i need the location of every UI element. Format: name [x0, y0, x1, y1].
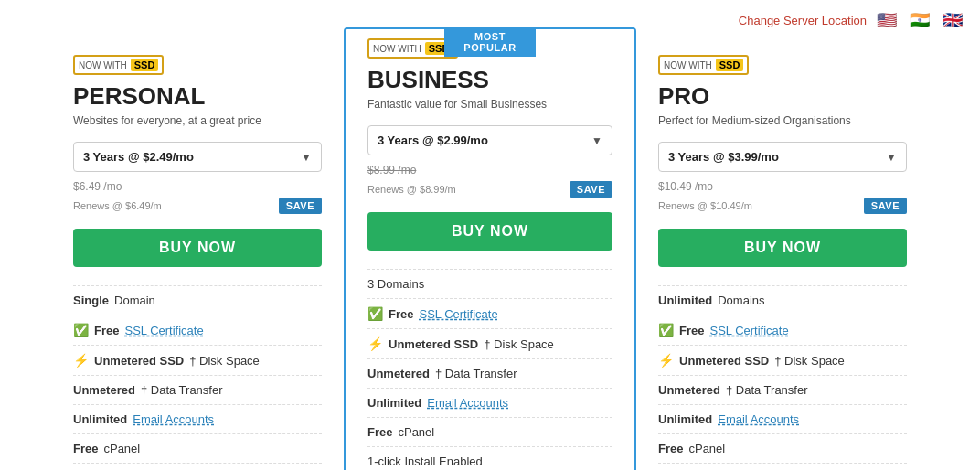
- flag-in-icon[interactable]: 🇮🇳: [907, 7, 932, 33]
- feature-link[interactable]: Email Accounts: [133, 412, 214, 426]
- plans-container: NOW WITH SSD PERSONALWebsites for everyo…: [0, 0, 980, 470]
- feature-item-business-0: 3 Domains: [368, 270, 612, 299]
- feature-bold: Unmetered: [73, 383, 135, 397]
- feature-bold: Unmetered SSD: [389, 337, 478, 351]
- shield-icon: ✅: [658, 323, 674, 337]
- shield-icon: ✅: [73, 323, 89, 337]
- buy-now-button-pro[interactable]: BUY NOW: [658, 229, 907, 267]
- now-with-label: NOW WITH: [79, 60, 127, 70]
- feature-bold: Single: [73, 294, 109, 307]
- ssd-label: SSD: [716, 59, 744, 71]
- feature-list-personal: Single Domain ✅Free SSL Certificate ⚡Unm…: [73, 285, 322, 470]
- price-selector-label: 3 Years @ $2.99/mo: [378, 134, 488, 147]
- top-bar: Change Server Location 🇺🇸 🇮🇳 🇬🇧: [724, 0, 980, 40]
- feature-bold: Free: [679, 324, 704, 337]
- feature-text: 1-click Install Enabled: [368, 454, 483, 468]
- chevron-down-icon: ▼: [886, 151, 897, 164]
- feature-rest: † Data Transfer: [141, 383, 223, 397]
- feature-item-personal-3: Unmetered† Data Transfer: [73, 376, 322, 405]
- ssd-badge-personal: NOW WITH SSD: [73, 55, 164, 75]
- feature-rest: cPanel: [398, 425, 434, 439]
- feature-item-personal-5: Free cPanel: [73, 434, 322, 464]
- price-selector-business[interactable]: 3 Years @ $2.99/mo ▼: [368, 125, 612, 155]
- buy-now-button-business[interactable]: BUY NOW: [368, 212, 612, 251]
- feature-item-pro-5: Free cPanel: [658, 434, 907, 464]
- feature-link[interactable]: Email Accounts: [718, 412, 799, 426]
- plan-tagline-pro: Perfect for Medium-sized Organisations: [658, 114, 907, 127]
- feature-bold: Free: [94, 324, 119, 337]
- ssd-badge-pro: NOW WITH SSD: [658, 55, 749, 75]
- feature-item-personal-4: Unlimited Email Accounts: [73, 405, 322, 434]
- bolt-icon: ⚡: [73, 353, 89, 368]
- feature-rest: † Disk Space: [484, 337, 554, 351]
- price-renews-row-personal: Renews @ $6.49/m SAVE: [73, 198, 322, 214]
- feature-bold: Unmetered SSD: [94, 354, 184, 368]
- price-renews-row-pro: Renews @ $10.49/m SAVE: [658, 198, 907, 214]
- feature-item-personal-2: ⚡Unmetered SSD† Disk Space: [73, 346, 322, 376]
- feature-item-pro-6: 1-click Install Enabled: [658, 464, 907, 470]
- buy-now-button-personal[interactable]: BUY NOW: [73, 229, 322, 267]
- feature-rest: † Data Transfer: [435, 367, 517, 380]
- chevron-down-icon: ▼: [591, 134, 602, 147]
- feature-item-business-3: Unmetered† Data Transfer: [368, 359, 612, 389]
- feature-link[interactable]: Email Accounts: [427, 396, 508, 410]
- feature-item-business-5: Free cPanel: [368, 418, 612, 447]
- save-badge-personal: SAVE: [279, 198, 322, 214]
- feature-rest: † Disk Space: [189, 354, 260, 368]
- price-original-pro: $10.49 /mo: [658, 180, 713, 193]
- save-badge-business: SAVE: [570, 181, 612, 198]
- price-selector-personal[interactable]: 3 Years @ $2.49/mo ▼: [73, 142, 322, 172]
- feature-rest: † Disk Space: [774, 354, 845, 368]
- change-server-link[interactable]: Change Server Location: [739, 14, 867, 27]
- feature-bold: Unmetered: [658, 383, 720, 397]
- feature-list-business: 3 Domains ✅Free SSL Certificate ⚡Unmeter…: [368, 269, 612, 470]
- save-badge-pro: SAVE: [864, 198, 907, 214]
- feature-rest: Domain: [114, 294, 155, 307]
- plan-name-business: BUSINESS: [368, 66, 612, 94]
- feature-text: 3 Domains: [368, 277, 424, 291]
- ssl-link[interactable]: SSL Certificate: [419, 307, 497, 321]
- feature-bold: Unmetered SSD: [679, 354, 769, 368]
- price-selector-pro[interactable]: 3 Years @ $3.99/mo ▼: [658, 142, 907, 172]
- ssl-link[interactable]: SSL Certificate: [124, 324, 203, 337]
- price-renews-row-business: Renews @ $8.99/m SAVE: [368, 181, 612, 198]
- feature-item-business-2: ⚡Unmetered SSD† Disk Space: [368, 329, 612, 359]
- flag-gb-icon[interactable]: 🇬🇧: [940, 7, 965, 33]
- plan-name-pro: PRO: [658, 82, 907, 111]
- feature-bold: Free: [368, 425, 392, 439]
- feature-bold: Unlimited: [658, 294, 712, 307]
- feature-item-pro-4: Unlimited Email Accounts: [658, 405, 907, 434]
- bolt-icon: ⚡: [368, 336, 383, 351]
- feature-item-business-6: 1-click Install Enabled: [368, 447, 612, 470]
- feature-rest: † Data Transfer: [726, 383, 808, 397]
- plan-card-business: MOSTPOPULAR NOW WITH SSD BUSINESSFantast…: [344, 27, 636, 470]
- ssl-link[interactable]: SSL Certificate: [709, 324, 788, 337]
- now-with-label: NOW WITH: [373, 44, 421, 54]
- feature-item-personal-6: 1-click Install Enabled: [73, 464, 322, 470]
- feature-bold: Unmetered: [368, 367, 430, 380]
- plan-tagline-personal: Websites for everyone, at a great price: [73, 114, 322, 127]
- chevron-down-icon: ▼: [301, 151, 312, 164]
- feature-rest: cPanel: [103, 442, 140, 455]
- plan-card-pro: NOW WITH SSD PROPerfect for Medium-sized…: [636, 37, 929, 470]
- feature-bold: Free: [389, 307, 413, 321]
- feature-bold: Free: [73, 442, 98, 455]
- price-renews-business: Renews @ $8.99/m: [368, 184, 456, 195]
- plan-name-personal: PERSONAL: [73, 82, 322, 111]
- price-renews-personal: Renews @ $6.49/m: [73, 200, 162, 211]
- feature-bold: Unlimited: [658, 412, 712, 426]
- plan-card-personal: NOW WITH SSD PERSONALWebsites for everyo…: [51, 37, 344, 470]
- feature-item-pro-0: Unlimited Domains: [658, 286, 907, 315]
- shield-icon: ✅: [368, 306, 383, 321]
- price-selector-label: 3 Years @ $3.99/mo: [668, 150, 779, 164]
- flag-us-icon[interactable]: 🇺🇸: [874, 7, 900, 33]
- price-selector-label: 3 Years @ $2.49/mo: [83, 150, 194, 164]
- feature-rest: Domains: [718, 294, 764, 307]
- feature-item-personal-1: ✅Free SSL Certificate: [73, 315, 322, 346]
- feature-item-personal-0: Single Domain: [73, 286, 322, 315]
- price-original-business: $8.99 /mo: [368, 164, 416, 176]
- price-renews-pro: Renews @ $10.49/m: [658, 200, 752, 211]
- feature-bold: Free: [658, 442, 683, 455]
- feature-item-pro-3: Unmetered† Data Transfer: [658, 376, 907, 405]
- feature-item-pro-1: ✅Free SSL Certificate: [658, 315, 907, 346]
